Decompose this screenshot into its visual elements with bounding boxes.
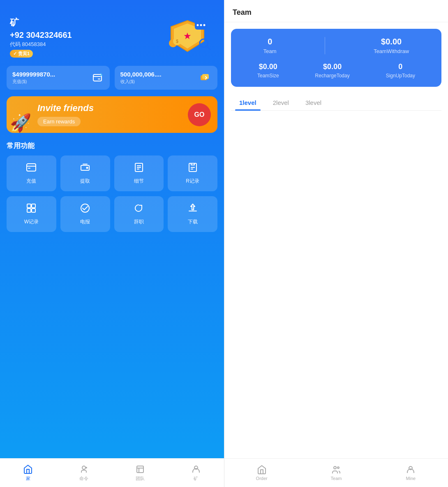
func-download[interactable]: ☆ 下载: [168, 196, 217, 232]
svg-text:$: $: [176, 39, 178, 44]
nav-team-right[interactable]: Team: [299, 459, 373, 487]
balance-amount-recharge: $4999999870...: [12, 71, 55, 78]
left-panel: 矿 +92 3042324661 代码 80458384 ✓ 贵宾1 ★: [0, 0, 224, 487]
func-resign[interactable]: 辞职: [114, 196, 164, 232]
telegram-func-icon: [80, 203, 90, 216]
svg-rect-27: [32, 204, 35, 208]
svg-point-18: [86, 167, 88, 169]
balance-card-recharge[interactable]: $4999999870... 充值($): [7, 66, 110, 90]
mine-label: 矿: [10, 16, 72, 29]
nav-mine-right[interactable]: Mine: [374, 459, 448, 487]
tab-2level[interactable]: 2level: [265, 95, 297, 110]
stats-team-count-label: Team: [263, 48, 277, 54]
svg-point-39: [334, 466, 336, 469]
balance-label-recharge: 充值($): [12, 79, 55, 85]
stats-team-withdraw: $0.00 TeamWithdraw: [374, 37, 409, 54]
nav-team-label: Team: [331, 476, 342, 481]
nav-team-label-left: 团队: [136, 475, 145, 482]
invite-subtitle: Earn rewards: [37, 117, 81, 126]
func-detail-label: 细节: [134, 178, 144, 185]
func-download-label: 下载: [188, 218, 198, 225]
nav-mine-left[interactable]: 矿: [168, 459, 224, 487]
bottom-nav-left: 家 命令 团队 矿: [0, 458, 224, 487]
balance-label-income: 收入($): [120, 79, 162, 85]
mine-icon-right: [406, 465, 416, 475]
stats-team-withdraw-value: $0.00: [374, 37, 409, 46]
stats-signup-today-label: SignUpToday: [386, 73, 415, 79]
functions-grid-1: 充值 提取 细节 R记录: [0, 155, 224, 191]
svg-rect-29: [32, 209, 35, 212]
func-telegram[interactable]: 电报: [60, 196, 110, 232]
svg-point-6: [203, 24, 206, 26]
user-info: 矿 +92 3042324661 代码 80458384 ✓ 贵宾1: [10, 16, 72, 58]
nav-order-right[interactable]: Order: [224, 459, 299, 487]
team-stats-bottom: $0.00 TeamSize $0.00 RechargeToday 0 Sig…: [239, 63, 433, 79]
stats-divider: [325, 37, 325, 54]
svg-text:★: ★: [183, 31, 192, 41]
svg-point-40: [337, 467, 339, 468]
level-tabs: 1level 2level 3level: [231, 95, 441, 111]
tab-1level[interactable]: 1level: [231, 95, 265, 110]
func-detail[interactable]: 细节: [114, 155, 164, 191]
shield-illustration: ★ $: [161, 16, 214, 58]
nav-mine-label-left: 矿: [194, 475, 198, 482]
nav-team-left[interactable]: 团队: [112, 459, 168, 487]
func-recharge[interactable]: 充值: [7, 155, 56, 191]
right-title: Team: [233, 8, 252, 16]
r-record-func-icon: [187, 162, 198, 175]
go-button[interactable]: GO: [188, 103, 211, 126]
balance-card-left-income: 500,000,006.... 收入($): [120, 71, 162, 85]
resign-func-icon: [134, 203, 144, 216]
ref-code: 代码 80458384: [10, 41, 72, 48]
right-header: Team: [224, 0, 448, 22]
nav-command-left[interactable]: 命令: [56, 459, 112, 487]
svg-text:☆: ☆: [190, 204, 196, 211]
team-icon-left: [135, 464, 145, 474]
stats-recharge-today-value: $0.00: [315, 63, 350, 71]
left-header: 矿 +92 3042324661 代码 80458384 ✓ 贵宾1 ★: [0, 0, 224, 66]
svg-rect-35: [137, 466, 143, 473]
svg-rect-12: [93, 74, 102, 81]
svg-line-11: [207, 46, 210, 49]
svg-point-4: [197, 24, 199, 26]
balance-card-left-recharge: $4999999870... 充值($): [12, 71, 55, 85]
stats-recharge-today-label: RechargeToday: [315, 73, 350, 79]
w-record-func-icon: [26, 203, 37, 216]
stats-team-count: 0 Team: [263, 37, 277, 54]
func-telegram-label: 电报: [80, 218, 90, 225]
order-icon: [257, 465, 267, 475]
invite-banner[interactable]: 🚀 Invite friends Earn rewards GO: [7, 96, 217, 133]
nav-mine-label: Mine: [406, 476, 416, 481]
team-icon-right: [331, 465, 341, 475]
balance-row: $4999999870... 充值($) 500,000,006.... 收入(…: [0, 66, 224, 90]
bottom-nav-right: Order Team Mine: [224, 458, 448, 487]
func-recharge-label: 充值: [26, 178, 36, 185]
svg-rect-15: [27, 164, 36, 171]
svg-point-34: [85, 467, 87, 468]
balance-amount-income: 500,000,006....: [120, 71, 162, 78]
mine-icon-left: [191, 464, 201, 474]
right-panel: Team 0 Team $0.00 TeamWithdraw $0.00 Tea…: [224, 0, 448, 487]
invite-content: Invite friends Earn rewards: [37, 103, 94, 126]
func-r-record[interactable]: R记录: [168, 155, 217, 191]
stats-team-size-label: TeamSize: [257, 73, 279, 79]
withdraw-func-icon: [80, 162, 90, 175]
balance-card-income[interactable]: 500,000,006.... 收入($): [115, 66, 218, 90]
nav-home-label-left: 家: [26, 475, 30, 482]
svg-point-5: [200, 24, 202, 26]
download-func-icon: ☆: [187, 203, 198, 216]
team-stats-top: 0 Team $0.00 TeamWithdraw: [239, 37, 433, 54]
functions-grid-2: W记录 电报 辞职 ☆ 下载: [0, 196, 224, 232]
nav-command-label-left: 命令: [79, 475, 88, 482]
nav-order-label: Order: [256, 476, 268, 481]
right-content: 0 Team $0.00 TeamWithdraw $0.00 TeamSize…: [224, 22, 448, 458]
func-withdraw[interactable]: 提取: [60, 155, 110, 191]
income-icon: [199, 71, 212, 84]
detail-func-icon: [134, 162, 144, 175]
home-icon: [23, 464, 33, 474]
nav-home-left[interactable]: 家: [0, 459, 56, 487]
svg-rect-26: [27, 204, 31, 208]
func-w-record[interactable]: W记录: [7, 196, 56, 232]
vip-badge: ✓ 贵宾1: [10, 50, 33, 58]
tab-3level[interactable]: 3level: [297, 95, 330, 110]
